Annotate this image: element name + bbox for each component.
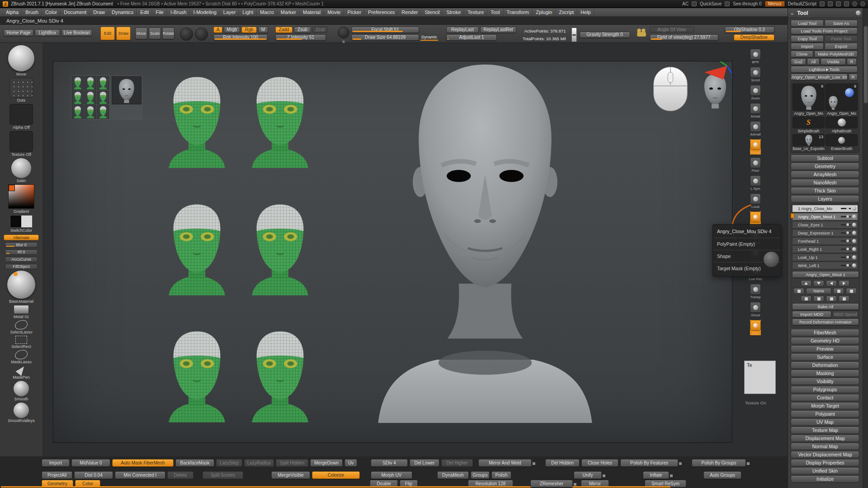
tool-panel-button[interactable]: Paste Tool xyxy=(825,35,858,42)
tool-thumbnail[interactable]: AlphaBrush xyxy=(826,117,858,133)
tray-item[interactable]: Rf 0 xyxy=(5,249,38,255)
tray-item[interactable]: Blur 0 xyxy=(5,242,38,248)
bottom-button[interactable]: Flip xyxy=(400,480,418,488)
tool-panel-button[interactable]: Angry_Open_Mouth_Low. 50 xyxy=(791,74,848,80)
tray-item[interactable]: Smooth xyxy=(14,381,29,401)
palette-section[interactable]: Deformation xyxy=(791,361,859,369)
wireframe-head[interactable] xyxy=(250,72,311,169)
layer-intensity-slider[interactable] xyxy=(841,216,851,217)
layer-down-button[interactable] xyxy=(813,280,824,286)
layer-duplicate-button[interactable] xyxy=(793,288,804,294)
right-shelf-icon[interactable] xyxy=(750,157,761,168)
menu-item[interactable]: Light xyxy=(239,8,257,16)
paint-mode-button[interactable]: M xyxy=(258,27,268,33)
right-shelf-button[interactable]: Floor xyxy=(750,157,761,173)
thumbnail-head-icon[interactable] xyxy=(85,105,96,119)
menu-item[interactable]: Marker xyxy=(278,8,300,16)
layer-all-button[interactable] xyxy=(826,296,837,302)
right-shelf-button[interactable]: BPR xyxy=(750,49,761,64)
rgb-intensity-slider[interactable]: Rgb Intensity 100 xyxy=(213,34,268,41)
tool-thumbnail-icon[interactable] xyxy=(826,117,858,128)
tool-thumbnail-icon[interactable] xyxy=(826,84,858,111)
menus-button[interactable]: Menus xyxy=(765,1,785,7)
layer-eye-icon[interactable] xyxy=(852,263,856,267)
stroke-preview-icon[interactable] xyxy=(180,28,193,41)
layer-eye-icon[interactable] xyxy=(852,247,856,251)
tool-thumbnail[interactable]: SimpleBrush xyxy=(793,117,825,133)
layer-intensity-slider[interactable] xyxy=(841,265,851,266)
tool-panel-button[interactable]: Visible xyxy=(821,58,846,65)
palette-section[interactable]: Geometry HD xyxy=(791,337,859,344)
wireframe-head[interactable] xyxy=(166,72,227,169)
tray-item-icon[interactable] xyxy=(10,215,33,228)
bottom-button[interactable]: DynaMesh xyxy=(437,471,469,479)
layer-row[interactable]: Deep_Expression 1 xyxy=(792,229,858,237)
paint-mode-button[interactable]: A xyxy=(213,27,222,33)
layer-eye-icon[interactable] xyxy=(852,239,856,243)
layer-eye-icon[interactable] xyxy=(852,215,856,219)
layer-split-button[interactable] xyxy=(801,296,811,302)
replay-button[interactable]: ReplayLastRel xyxy=(480,27,516,33)
scrollbar-thumb[interactable] xyxy=(864,26,868,103)
right-shelf-icon[interactable] xyxy=(750,85,761,96)
palette-section[interactable]: Preview xyxy=(791,345,859,352)
adjust-last-slider[interactable]: AdjustLast 1 xyxy=(446,34,497,41)
thumbnail-head-icon[interactable] xyxy=(97,105,109,119)
tool-thumbnail[interactable]: Angry_Open_Mo xyxy=(793,84,825,116)
bottom-button[interactable]: Smart ReSym xyxy=(645,480,686,488)
tray-item[interactable]: Satin xyxy=(11,158,31,183)
z-intensity-slider[interactable]: Z Intensity 51 xyxy=(275,34,326,41)
bottom-button[interactable]: MidValue 0 xyxy=(71,459,110,467)
tool-panel-button[interactable]: Lightbox►Tools xyxy=(791,66,858,73)
replay-button[interactable]: ReplayLast xyxy=(446,27,479,33)
thumbnail-head-icon[interactable] xyxy=(72,76,84,90)
sculpt-mode-button[interactable]: Zsub xyxy=(294,27,311,33)
alpha-preview-icon[interactable] xyxy=(195,28,208,41)
tray-item-icon[interactable] xyxy=(14,349,28,360)
tray-item[interactable]: Metal 01 xyxy=(14,305,29,319)
thumbnail-head-icon[interactable] xyxy=(97,91,109,104)
tray-item-icon[interactable] xyxy=(7,271,35,299)
palette-section[interactable]: Display Properties xyxy=(791,459,859,466)
right-shelf-button[interactable]: Actual xyxy=(750,103,761,118)
right-shelf-button[interactable]: Solo xyxy=(750,320,761,335)
layer-intensity-slider[interactable] xyxy=(841,240,851,242)
tool-panel-button[interactable]: Import xyxy=(791,43,824,50)
bottom-button[interactable]: Auto Groups xyxy=(703,471,741,479)
palette-section[interactable]: Polygroups xyxy=(791,386,859,393)
palette-section[interactable]: Texture Map xyxy=(791,427,859,434)
menu-item[interactable]: Tool xyxy=(487,8,503,16)
paint-mode-button[interactable]: Mrgb xyxy=(224,27,240,33)
tray-item-icon[interactable] xyxy=(9,131,33,152)
bottom-button[interactable]: Uv xyxy=(344,459,357,467)
menu-item[interactable]: Document xyxy=(61,8,90,16)
tablet-icon[interactable] xyxy=(844,1,849,6)
paint-mode-button[interactable]: Rgb xyxy=(241,27,257,33)
camera-icon[interactable] xyxy=(636,28,647,37)
see-through-slider[interactable]: See-through 0 xyxy=(733,1,761,6)
palette-section[interactable]: Visibility xyxy=(791,378,859,385)
bottom-button[interactable]: Import xyxy=(42,459,70,467)
right-shelf-icon[interactable] xyxy=(750,175,761,186)
palette-section[interactable]: Surface xyxy=(791,353,859,361)
thumbnail-head-icon[interactable] xyxy=(72,91,84,104)
bottom-button[interactable]: Unify xyxy=(574,471,602,479)
menu-item[interactable]: Zscript xyxy=(556,8,577,16)
palette-section[interactable]: Displacement Map xyxy=(791,435,859,442)
tray-item-icon[interactable] xyxy=(16,364,27,376)
bottom-button[interactable]: ProjectAll xyxy=(42,471,72,479)
transform-button[interactable]: Rotate xyxy=(162,28,175,39)
bottom-button[interactable]: Del Higher xyxy=(441,459,473,467)
menu-item[interactable]: Brush xyxy=(22,8,42,16)
tray-item[interactable]: MaskLasso xyxy=(11,350,32,364)
bottom-button[interactable]: Double xyxy=(370,480,398,488)
tool-panel-button[interactable]: GoZ xyxy=(791,58,806,65)
palette-section-layers[interactable]: Layers xyxy=(791,195,859,202)
menu-item[interactable]: Stencil xyxy=(421,8,443,16)
tray-item[interactable]: Dots xyxy=(9,78,33,103)
bottom-button[interactable]: ZRemesher xyxy=(530,480,573,488)
palette-section[interactable]: Normal Map xyxy=(791,443,859,450)
bottom-button[interactable]: BackfaceMask xyxy=(175,459,214,467)
tray-item[interactable]: SmoothValleys xyxy=(8,403,34,423)
tray-item[interactable]: SelectLasso xyxy=(10,320,32,334)
